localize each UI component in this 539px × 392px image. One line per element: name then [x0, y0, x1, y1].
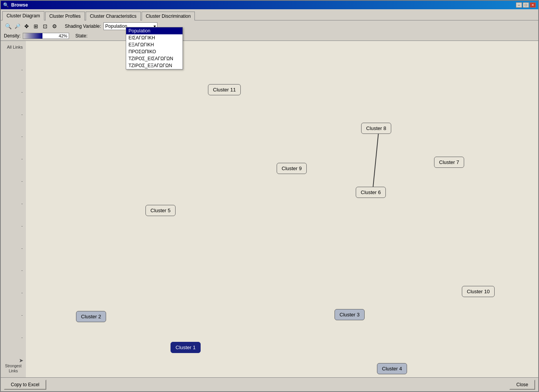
connections-svg — [26, 41, 538, 377]
dropdown-option-τζιρος_εξαγωγων[interactable]: ΤΖΙΡΟΣ_ΕΞΑΓΩΓΩΝ — [126, 62, 182, 69]
title-bar: 🔍 Browse – □ ✕ — [1, 1, 538, 9]
tab-cluster-discrimination[interactable]: Cluster Discrimination — [142, 12, 195, 20]
main-window: 🔍 Browse – □ ✕ Cluster Diagram Cluster P… — [0, 0, 539, 392]
zoom-out-icon[interactable]: 🔎 — [13, 22, 22, 30]
density-row: Density: 42% State: — [1, 32, 538, 41]
select-icon[interactable]: ⊞ — [32, 22, 40, 30]
cluster-6[interactable]: Cluster 6 — [356, 187, 386, 198]
copy-to-excel-button[interactable]: Copy to Excel — [4, 380, 46, 390]
shading-variable-label: Shading Variable: — [65, 24, 101, 29]
bottom-bar: Copy to Excel Close — [1, 377, 538, 391]
tab-cluster-diagram[interactable]: Cluster Diagram — [2, 11, 44, 20]
cluster-11[interactable]: Cluster 11 — [208, 84, 241, 95]
toolbar-icons: 🔍 🔎 ✥ ⊞ ⊡ ⚙ — [4, 22, 59, 30]
dropdown-option-προσωπικο[interactable]: ΠΡΟΣΩΠΙΚΟ — [126, 48, 182, 55]
dropdown-option-εξαγωγικη[interactable]: ΕΞΑΓΩΓΙΚΗ — [126, 41, 182, 48]
settings-icon[interactable]: ⚙ — [50, 22, 59, 30]
title-bar-buttons: – □ ✕ — [516, 2, 536, 8]
shading-dropdown-overlay: PopulationΕΙΣΑΓΩΓΙΚΗΕΞΑΓΩΓΙΚΗΠΡΟΣΩΠΙΚΟΤΖ… — [126, 27, 183, 69]
zoom-in-icon[interactable]: 🔍 — [4, 22, 12, 30]
pan-icon[interactable]: ✥ — [22, 22, 31, 30]
tab-cluster-characteristics[interactable]: Cluster Characteristics — [86, 12, 141, 20]
density-percentage: 42% — [59, 34, 67, 38]
window-icon: 🔍 — [3, 2, 9, 8]
svg-line-0 — [373, 132, 378, 187]
fit-icon[interactable]: ⊡ — [41, 22, 49, 30]
cluster-5[interactable]: Cluster 5 — [145, 205, 176, 216]
cluster-8[interactable]: Cluster 8 — [361, 123, 391, 134]
dropdown-option-τζιρος_εισαγωγων[interactable]: ΤΖΙΡΟΣ_ΕΙΣΑΓΩΓΩΝ — [126, 55, 182, 62]
maximize-button[interactable]: □ — [523, 2, 529, 8]
dropdown-option-population[interactable]: Population — [126, 27, 182, 34]
density-bar-fill — [23, 33, 42, 39]
minimize-button[interactable]: – — [516, 2, 522, 8]
close-button[interactable]: Close — [509, 380, 535, 390]
tabs-bar: Cluster Diagram Cluster Profiles Cluster… — [1, 9, 538, 20]
axis-arrow-icon: ➤ — [2, 357, 24, 363]
toolbar: 🔍 🔎 ✥ ⊞ ⊡ ⚙ Shading Variable: Population… — [1, 20, 538, 32]
window-title: Browse — [11, 2, 28, 8]
title-bar-left: 🔍 Browse — [3, 2, 28, 8]
density-bar[interactable]: 42% — [23, 33, 69, 39]
density-label: Density: — [4, 33, 20, 39]
diagram-area[interactable]: Cluster 1Cluster 2Cluster 3Cluster 4Clus… — [26, 41, 538, 377]
dropdown-option-εισαγωγικη[interactable]: ΕΙΣΑΓΩΓΙΚΗ — [126, 34, 182, 41]
axis-bottom-label: StrongestLinks — [2, 363, 24, 373]
left-axis: All Links - - - - - - - - - - - - - ➤ St… — [1, 41, 26, 377]
cluster-7[interactable]: Cluster 7 — [434, 157, 464, 168]
cluster-10[interactable]: Cluster 10 — [462, 286, 495, 297]
window-close-button[interactable]: ✕ — [530, 2, 536, 8]
axis-top-label: All Links — [2, 45, 24, 49]
main-content: All Links - - - - - - - - - - - - - ➤ St… — [1, 41, 538, 377]
tab-cluster-profiles[interactable]: Cluster Profiles — [45, 12, 85, 20]
cluster-2[interactable]: Cluster 2 — [76, 311, 106, 322]
axis-ticks: - - - - - - - - - - - - - — [2, 49, 24, 357]
cluster-1[interactable]: Cluster 1 — [171, 342, 201, 353]
cluster-9[interactable]: Cluster 9 — [277, 163, 307, 174]
cluster-3[interactable]: Cluster 3 — [335, 309, 365, 320]
cluster-4[interactable]: Cluster 4 — [377, 363, 407, 374]
state-label: State: — [75, 33, 87, 39]
